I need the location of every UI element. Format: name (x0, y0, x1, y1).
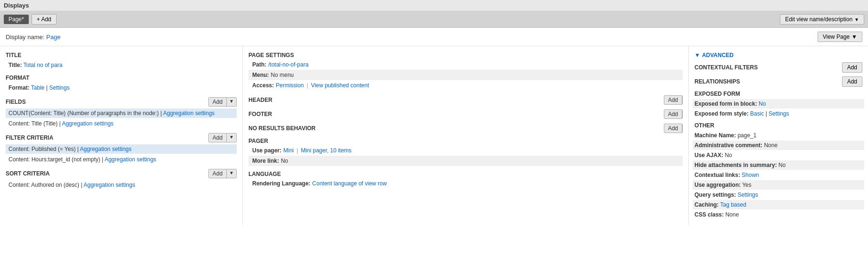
edit-view-name-button[interactable]: Edit view name/description ▼ (780, 14, 864, 25)
exposed-form-style-row: Exposed form style: Basic | Settings (694, 109, 862, 118)
filter-add-label[interactable]: Add (209, 134, 227, 142)
format-sep: | (46, 84, 48, 91)
path-row: Path: /total-no-of-para (248, 59, 683, 70)
menu-label: Menu: (252, 72, 269, 78)
sort-add-label[interactable]: Add (209, 169, 227, 178)
use-ajax-row: Use AJAX: No (694, 150, 862, 160)
format-settings-link[interactable]: Settings (49, 84, 69, 91)
filter-row-1: Content: Hours:target_id (not empty) | A… (6, 155, 237, 164)
use-pager-items-link[interactable]: Mini pager, 10 items (301, 147, 351, 154)
exposed-form-title: EXPOSED FORM (694, 91, 740, 97)
display-name-label: Display name: (6, 33, 44, 41)
language-section-title: LANGUAGE (248, 171, 281, 177)
more-link-row: More link: No (248, 156, 683, 166)
no-results-header-row: NO RESULTS BEHAVIOR Add (248, 124, 683, 133)
main-content: TITLE Title: Total no of para FORMAT For… (0, 46, 868, 225)
css-class-value: None (725, 211, 739, 218)
language-section-header-row: LANGUAGE (248, 171, 683, 177)
filter-0-text: Content: Published (= Yes) (8, 146, 75, 152)
admin-comment-value: None (764, 142, 777, 149)
field-row-0: COUNT(Content: Title) (Number of paragra… (6, 108, 237, 118)
display-name-bar: Display name: Page View Page ▼ (0, 28, 868, 46)
title-label: Title: (8, 62, 22, 68)
field-1-text: Content: Title (Title) (8, 120, 58, 127)
use-pager-mini-link[interactable]: Mini (283, 147, 294, 154)
format-label: Format: (8, 84, 30, 91)
more-link-label: More link: (252, 158, 279, 164)
hide-attachments-row: Hide attachments in summary: No (693, 160, 864, 170)
title-value-link[interactable]: Total no of para (24, 62, 63, 68)
hide-attachments-label: Hide attachments in summary: (694, 162, 777, 168)
query-settings-label: Query settings: (694, 192, 736, 198)
use-ajax-label: Use AJAX: (694, 152, 723, 159)
header-section-title: HEADER (248, 97, 273, 103)
sort-0-text: Content: Authored on (desc) (8, 182, 79, 188)
filter-add-btn[interactable]: Add ▼ (208, 133, 237, 142)
more-link-value: No (281, 158, 288, 164)
displays-header: Displays (0, 0, 868, 11)
contextual-links-row: Contextual links: Shown (694, 170, 862, 180)
footer-add-btn[interactable]: Add (664, 109, 683, 119)
display-name-value: Page (46, 33, 60, 41)
field-1-link[interactable]: Aggregation settings (62, 120, 113, 127)
contextual-filters-add-button[interactable]: Add (842, 62, 862, 73)
fields-add-label[interactable]: Add (209, 98, 227, 106)
exposed-form-style-link[interactable]: Basic (750, 110, 764, 117)
field-0-text: COUNT(Content: Title) (Number of paragra… (8, 110, 159, 117)
sort-0-link[interactable]: Aggregation settings (83, 182, 135, 188)
fields-add-btn[interactable]: Add ▼ (208, 97, 237, 107)
header-add-btn[interactable]: Add (664, 95, 683, 105)
field-0-link[interactable]: Aggregation settings (163, 110, 215, 117)
middle-column: PAGE SETTINGS Path: /total-no-of-para Me… (243, 46, 689, 225)
access-row: Access: Permission | View published cont… (248, 80, 683, 91)
tab-bar: Page* + Add Edit view name/description ▼ (0, 11, 868, 28)
filter-add-dropdown[interactable]: ▼ (227, 134, 236, 142)
sort-section-header-row: SORT CRITERIA Add ▼ (6, 169, 237, 178)
pager-section-title: PAGER (248, 138, 268, 144)
sort-add-btn[interactable]: Add ▼ (208, 169, 237, 178)
filter-1-link[interactable]: Aggregation settings (105, 156, 156, 163)
rendering-lang-label: Rendering Language: (252, 180, 310, 187)
access-permission-link[interactable]: Permission (276, 82, 304, 89)
rendering-lang-link[interactable]: Content language of view row (312, 180, 387, 187)
exposed-form-block-label: Exposed form in block: (694, 100, 757, 107)
use-aggregation-value: Yes (742, 182, 752, 188)
rendering-lang-row: Rendering Language: Content language of … (248, 178, 683, 189)
footer-section-header-row: FOOTER Add (248, 109, 683, 119)
caching-label: Caching: (694, 201, 719, 208)
access-view-published-link[interactable]: View published content (311, 82, 369, 89)
filter-section-title: FILTER CRITERIA (6, 134, 53, 141)
no-results-add-label[interactable]: Add (664, 124, 682, 133)
exposed-form-block-value[interactable]: No (759, 100, 766, 107)
format-field-row: Format: Table | Settings (6, 83, 237, 92)
machine-name-value: page_1 (737, 132, 756, 139)
no-results-add-btn[interactable]: Add (664, 124, 683, 133)
view-page-button[interactable]: View Page ▼ (818, 32, 862, 42)
caching-row: Caching: Tag based (693, 200, 864, 209)
page-tab[interactable]: Page* (4, 15, 29, 24)
exposed-form-style-settings-link[interactable]: Settings (769, 110, 789, 117)
title-section-header: TITLE (6, 52, 237, 58)
relationships-add-button[interactable]: Add (842, 76, 862, 87)
other-section-row: OTHER (694, 122, 862, 129)
filter-1-text: Content: Hours:target_id (not empty) (8, 156, 100, 163)
sort-add-dropdown[interactable]: ▼ (227, 169, 236, 178)
format-section-header: FORMAT (6, 75, 237, 81)
tab-bar-left: Page* + Add (4, 14, 57, 25)
relationships-title: RELATIONSHIPS (694, 78, 740, 85)
admin-comment-row: Administrative comment: None (693, 141, 864, 150)
page-settings-header-row: PAGE SETTINGS (248, 52, 683, 58)
fields-add-dropdown[interactable]: ▼ (227, 98, 236, 106)
query-settings-link[interactable]: Settings (737, 192, 758, 198)
format-table-link[interactable]: Table (31, 84, 45, 91)
header-add-label[interactable]: Add (664, 96, 682, 104)
path-value-link[interactable]: /total-no-of-para (268, 61, 308, 68)
no-results-section-title: NO RESULTS BEHAVIOR (248, 125, 315, 132)
exposed-form-block-row: Exposed form in block: No (693, 99, 864, 108)
caching-value-link[interactable]: Tag based (720, 201, 746, 208)
filter-0-link[interactable]: Aggregation settings (80, 146, 132, 152)
footer-add-label[interactable]: Add (664, 110, 682, 118)
contextual-links-value[interactable]: Shown (742, 172, 759, 178)
add-display-button[interactable]: + Add (32, 14, 57, 25)
left-column: TITLE Title: Total no of para FORMAT For… (0, 46, 243, 225)
